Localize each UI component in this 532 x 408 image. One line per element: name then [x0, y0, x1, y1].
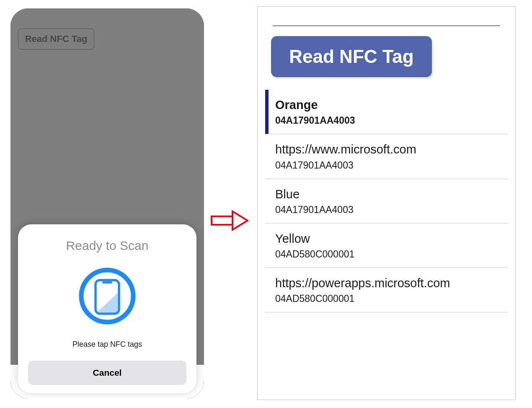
- list-item-sub: 04A17901AA4003: [275, 115, 504, 126]
- list-item-title: https://powerapps.microsoft.com: [275, 275, 504, 291]
- nfc-scan-icon: [28, 265, 186, 327]
- svg-rect-4: [212, 216, 232, 225]
- svg-rect-2: [102, 281, 112, 283]
- svg-marker-5: [232, 211, 248, 230]
- list-item-sub: 04A17901AA4003: [275, 160, 504, 171]
- list-item[interactable]: Yellow 04AD580C000001: [265, 223, 508, 268]
- cancel-button[interactable]: Cancel: [28, 361, 186, 385]
- tag-list: Orange 04A17901AA4003 https://www.micros…: [265, 90, 508, 312]
- scan-sheet-subtitle: Please tap NFC tags: [28, 340, 186, 349]
- list-item[interactable]: https://powerapps.microsoft.com 04AD580C…: [265, 268, 508, 312]
- list-item[interactable]: Orange 04A17901AA4003: [265, 90, 508, 134]
- pane-top-rule: [273, 26, 500, 26]
- list-item-title: https://www.microsoft.com: [275, 142, 504, 157]
- scan-sheet-title: Ready to Scan: [28, 239, 186, 253]
- list-item-sub: 04AD580C000001: [275, 249, 504, 260]
- scan-action-sheet: Ready to Scan Please tap NFC tags Cancel: [18, 224, 196, 393]
- list-item-sub: 04AD580C000001: [275, 293, 504, 304]
- phone-mock: Read NFC Tag Ready to Scan Please tap NF…: [10, 8, 204, 398]
- list-item[interactable]: Blue 04A17901AA4003: [265, 179, 508, 223]
- read-nfc-tag-button-background: Read NFC Tag: [18, 29, 94, 49]
- list-item[interactable]: https://www.microsoft.com 04A17901AA4003: [265, 134, 508, 179]
- list-item-sub: 04A17901AA4003: [275, 204, 504, 216]
- list-item-title: Orange: [275, 97, 504, 112]
- read-nfc-tag-button[interactable]: Read NFC Tag: [271, 36, 432, 77]
- result-pane: Read NFC Tag Orange 04A17901AA4003 https…: [257, 6, 516, 400]
- arrow-right-icon: [211, 209, 248, 234]
- list-item-title: Yellow: [275, 231, 504, 246]
- list-item-title: Blue: [275, 187, 504, 202]
